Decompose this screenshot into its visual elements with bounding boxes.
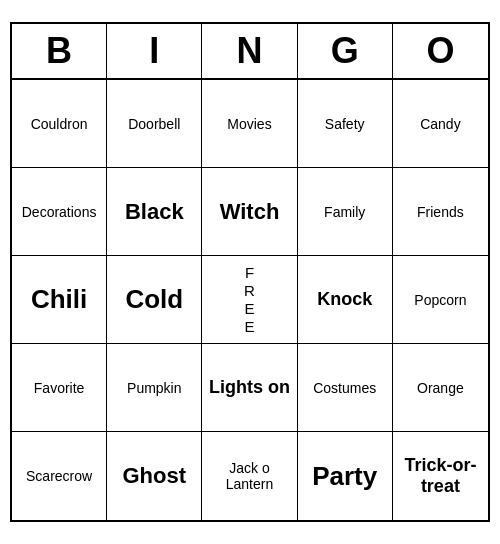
header-letter: O: [393, 24, 488, 78]
bingo-cell: Party: [298, 432, 393, 520]
bingo-cell: Couldron: [12, 80, 107, 168]
bingo-grid: CouldronDoorbellMoviesSafetyCandyDecorat…: [12, 80, 488, 520]
bingo-cell: Popcorn: [393, 256, 488, 344]
bingo-cell: Movies: [202, 80, 297, 168]
header-letter: I: [107, 24, 202, 78]
bingo-cell: Pumpkin: [107, 344, 202, 432]
bingo-cell: Scarecrow: [12, 432, 107, 520]
bingo-cell: Costumes: [298, 344, 393, 432]
bingo-cell: Black: [107, 168, 202, 256]
bingo-cell: Knock: [298, 256, 393, 344]
bingo-cell: Chili: [12, 256, 107, 344]
header-letter: G: [298, 24, 393, 78]
bingo-cell: Ghost: [107, 432, 202, 520]
bingo-cell: Orange: [393, 344, 488, 432]
bingo-cell: Safety: [298, 80, 393, 168]
bingo-cell: Candy: [393, 80, 488, 168]
bingo-cell: Trick-or-treat: [393, 432, 488, 520]
bingo-cell: Doorbell: [107, 80, 202, 168]
bingo-cell: Lights on: [202, 344, 297, 432]
bingo-cell: Cold: [107, 256, 202, 344]
header-letter: B: [12, 24, 107, 78]
free-space-label: FREE: [244, 264, 255, 336]
bingo-cell: Decorations: [12, 168, 107, 256]
bingo-header: BINGO: [12, 24, 488, 80]
bingo-cell: Favorite: [12, 344, 107, 432]
header-letter: N: [202, 24, 297, 78]
bingo-cell: FREE: [202, 256, 297, 344]
bingo-cell: Friends: [393, 168, 488, 256]
bingo-cell: Jack o Lantern: [202, 432, 297, 520]
bingo-card: BINGO CouldronDoorbellMoviesSafetyCandyD…: [10, 22, 490, 522]
bingo-cell: Family: [298, 168, 393, 256]
bingo-cell: Witch: [202, 168, 297, 256]
